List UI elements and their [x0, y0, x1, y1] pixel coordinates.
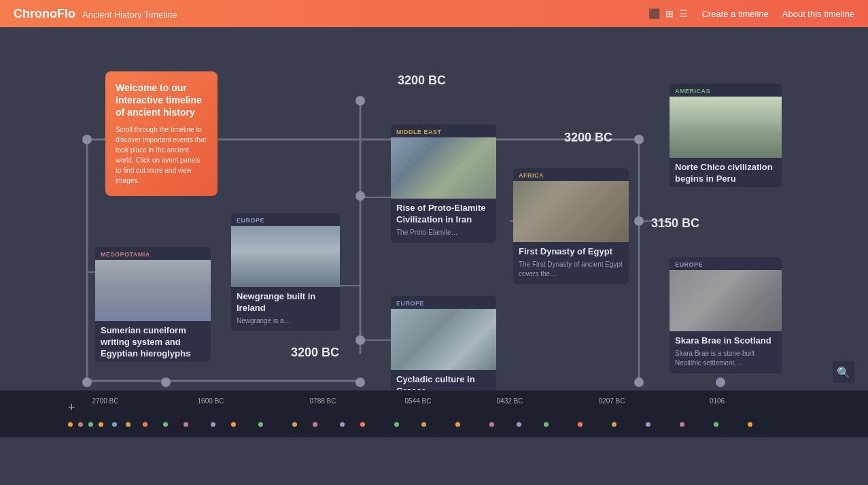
card-region-mesopotamia: MESOPOTAMIA [95, 247, 211, 260]
event-dot[interactable] [748, 422, 752, 427]
year-1600: 1600 BC [198, 397, 224, 405]
event-dot[interactable] [292, 422, 297, 427]
header-right: ⬛ ⊞ ☰ Create a timeline About this timel… [648, 8, 854, 19]
app-header: ChronoFlo Ancient History Timeline ⬛ ⊞ ☰… [0, 0, 868, 27]
date-label-2: 3200 BC [564, 131, 612, 145]
card-region-egypt: AFRICA [513, 168, 629, 181]
card-ireland[interactable]: EUROPE Newgrange built in Ireland Newgra… [231, 213, 340, 331]
monitor-icon[interactable]: ⬛ [648, 8, 660, 19]
year-2700: 2700 BC [92, 397, 119, 405]
card-middle-east[interactable]: MIDDLE EAST Rise of Proto-Elamite Civili… [391, 124, 496, 243]
card-americas[interactable]: AMERICAS Norte Chico civilization begins… [670, 84, 782, 187]
event-dot[interactable] [578, 422, 583, 427]
year-432: 0432 BC [497, 397, 523, 405]
event-dot[interactable] [143, 422, 147, 427]
card-desc-egypt: The First Dynasty of ancient Egypt cover… [513, 260, 629, 284]
event-dot[interactable] [126, 422, 131, 427]
list-icon[interactable]: ☰ [679, 8, 688, 19]
app-subtitle: Ancient History Timeline [82, 10, 177, 20]
event-dot[interactable] [544, 422, 549, 427]
timeline-dot-left-bottom [82, 378, 92, 387]
event-dot[interactable] [517, 422, 521, 427]
date-label-3: 3200 BC [291, 346, 339, 360]
card-title-skara-brae: Skara Brae in Scotland [670, 331, 782, 349]
zoom-button[interactable]: 🔍 [833, 361, 854, 383]
timeline-dot-skara-bottom [716, 378, 725, 387]
card-title-middle-east: Rise of Proto-Elamite Civilization in Ir… [391, 199, 496, 228]
card-image-mesopotamia [95, 260, 211, 321]
year-207: 0207 BC [599, 397, 625, 405]
event-dot[interactable] [646, 422, 650, 427]
event-dot[interactable] [714, 422, 718, 427]
event-dot[interactable] [612, 422, 617, 427]
event-dot[interactable] [231, 422, 236, 427]
view-toggle-group: ⬛ ⊞ ☰ [648, 8, 688, 19]
card-image-americas [670, 97, 782, 158]
card-title-egypt: First Dynasty of Egypt [513, 242, 629, 260]
event-dot[interactable] [340, 422, 345, 427]
card-region-middle-east: MIDDLE EAST [391, 124, 496, 137]
card-mesopotamia[interactable]: MESOPOTAMIA Sumerian cuneiform writing s… [95, 247, 211, 362]
header-left: ChronoFlo Ancient History Timeline [14, 7, 177, 21]
card-title-mesopotamia: Sumerian cuneiform writing system and Eg… [95, 321, 211, 362]
app-title: ChronoFlo [14, 7, 75, 21]
event-dot[interactable] [394, 422, 399, 427]
event-dot[interactable] [313, 422, 317, 427]
card-image-ireland [231, 226, 340, 287]
card-desc-middle-east: The Proto-Elamite… [391, 228, 496, 243]
event-dot[interactable] [88, 422, 93, 427]
grid-icon[interactable]: ⊞ [665, 8, 674, 19]
year-0106: 0106 [710, 397, 725, 405]
event-dot[interactable] [360, 422, 365, 427]
card-desc-skara-brae: Skara Brae is a stone-built Neolithic se… [670, 349, 782, 373]
event-dot[interactable] [455, 422, 460, 427]
year-788: 0788 BC [310, 397, 336, 405]
event-dot[interactable] [211, 422, 215, 427]
event-dot[interactable] [489, 422, 494, 427]
card-region-cycladic: EUROPE [391, 296, 496, 309]
event-dot[interactable] [421, 422, 426, 427]
event-dot[interactable] [258, 422, 263, 427]
event-dot[interactable] [680, 422, 684, 427]
main-canvas: Welcome to our interactive timeline of a… [0, 27, 868, 437]
event-dot[interactable] [163, 422, 168, 427]
event-dot[interactable] [78, 422, 83, 427]
timeline-dot-bottom [355, 378, 365, 387]
plus-button[interactable]: + [68, 401, 75, 410]
about-timeline-link[interactable]: About this timeline [782, 9, 854, 19]
welcome-box: Welcome to our interactive timeline of a… [105, 71, 218, 196]
timeline-dot-top [355, 96, 365, 105]
card-region-americas: AMERICAS [670, 84, 782, 97]
era-bars-container: BRONZE AGE XIA–SHANG–ZHOU CHINESE DYNAST… [0, 431, 868, 437]
card-title-ireland: Newgrange built in Ireland [231, 287, 340, 316]
year-544: 0544 BC [405, 397, 432, 405]
date-label-4: 3150 BC [651, 216, 699, 231]
timeline-dot-mesopotamia-bottom [161, 378, 171, 387]
card-image-cycladic [391, 309, 496, 370]
date-label-1: 3200 BC [398, 73, 446, 88]
event-dot[interactable] [112, 422, 117, 427]
timeline-dot-middle-east [355, 191, 365, 201]
card-image-middle-east [391, 137, 496, 199]
event-dot[interactable] [184, 422, 188, 427]
card-title-americas: Norte Chico civilization begins in Peru [670, 158, 782, 187]
event-dot[interactable] [99, 422, 103, 427]
timeline-dot-right-bottom [634, 378, 644, 387]
timeline-dot-left-top [82, 135, 92, 144]
timeline-events-row [0, 419, 868, 429]
card-image-egypt [513, 181, 629, 242]
event-dot[interactable] [68, 422, 73, 427]
card-desc-ireland: Newgrange is a… [231, 316, 340, 331]
card-region-skara-brae: EUROPE [670, 257, 782, 270]
card-region-ireland: EUROPE [231, 213, 340, 226]
timeline-bar: 2700 BC 1600 BC 0788 BC 0544 BC 0432 BC … [0, 390, 868, 437]
welcome-title: Welcome to our interactive timeline of a… [116, 82, 207, 119]
create-timeline-link[interactable]: Create a timeline [701, 9, 768, 19]
welcome-description: Scroll through the timeline to discover … [116, 124, 207, 186]
timeline-dot-cycladic [355, 335, 365, 345]
card-image-skara-brae [670, 270, 782, 331]
timeline-ruler: 2700 BC 1600 BC 0788 BC 0544 BC 0432 BC … [0, 390, 868, 418]
card-egypt[interactable]: AFRICA First Dynasty of Egypt The First … [513, 168, 629, 284]
timeline-dot-egypt [634, 216, 644, 226]
card-skara-brae[interactable]: EUROPE Skara Brae in Scotland Skara Brae… [670, 257, 782, 373]
